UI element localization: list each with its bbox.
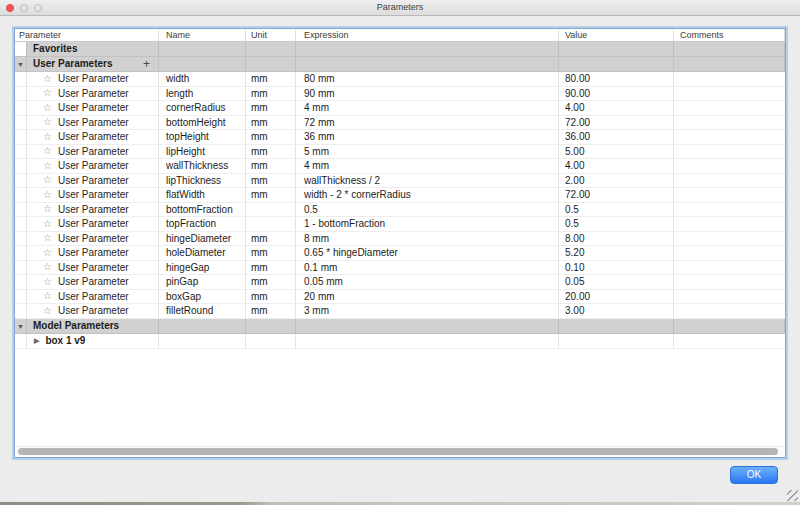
comments-cell[interactable] (674, 101, 785, 115)
expression-cell[interactable]: 4 mm (296, 101, 559, 115)
name-cell[interactable]: bottomFraction (159, 203, 246, 217)
comments-cell[interactable] (674, 87, 785, 101)
name-cell[interactable]: cornerRadius (159, 101, 246, 115)
user-parameters-section-row: ▼ User Parameters + (15, 57, 785, 72)
name-cell[interactable]: pinGap (159, 275, 246, 289)
favorites-gutter (15, 42, 27, 56)
comments-cell[interactable] (674, 159, 785, 173)
name-cell[interactable]: length (159, 87, 246, 101)
ok-button[interactable]: OK (730, 466, 778, 484)
expression-cell[interactable]: 5 mm (296, 145, 559, 159)
column-header-unit: Unit (246, 29, 296, 41)
comments-cell[interactable] (674, 232, 785, 246)
row-gutter (15, 261, 27, 275)
favorite-star-icon[interactable]: ☆ (43, 103, 52, 113)
favorite-star-icon[interactable]: ☆ (43, 233, 52, 243)
name-cell[interactable]: lipHeight (159, 145, 246, 159)
expression-cell[interactable]: 8 mm (296, 232, 559, 246)
comments-cell[interactable] (674, 203, 785, 217)
expression-cell[interactable]: 20 mm (296, 290, 559, 304)
comments-cell[interactable] (674, 261, 785, 275)
expression-cell[interactable]: 0.1 mm (296, 261, 559, 275)
unit-cell: mm (246, 304, 296, 318)
add-parameter-icon[interactable]: + (143, 58, 150, 70)
name-cell[interactable]: holeDiameter (159, 246, 246, 260)
favorite-star-icon[interactable]: ☆ (43, 262, 52, 272)
parameter-type-label: User Parameter (58, 261, 129, 275)
parameter-type-label: User Parameter (58, 145, 129, 159)
name-cell[interactable]: width (159, 72, 246, 86)
name-cell[interactable]: hingeGap (159, 261, 246, 275)
value-cell: 5.20 (559, 246, 674, 260)
expression-cell[interactable]: 0.5 (296, 203, 559, 217)
favorite-star-icon[interactable]: ☆ (43, 190, 52, 200)
parameter-type-label: User Parameter (58, 116, 129, 130)
favorite-star-icon[interactable]: ☆ (43, 204, 52, 214)
comments-cell[interactable] (674, 72, 785, 86)
value-cell: 0.5 (559, 217, 674, 231)
name-cell[interactable]: filletRound (159, 304, 246, 318)
name-cell[interactable]: topHeight (159, 130, 246, 144)
name-cell[interactable]: hingeDiameter (159, 232, 246, 246)
close-button-icon[interactable] (6, 4, 14, 12)
row-gutter (15, 304, 27, 318)
table-header-row: Parameter Name Unit Expression Value Com… (15, 29, 785, 42)
collapse-triangle-icon[interactable]: ▼ (17, 323, 24, 330)
expression-cell[interactable]: 3 mm (296, 304, 559, 318)
favorite-star-icon[interactable]: ☆ (43, 219, 52, 229)
parameter-type-label: User Parameter (58, 304, 129, 318)
favorite-star-icon[interactable]: ☆ (43, 175, 52, 185)
favorite-star-icon[interactable]: ☆ (43, 146, 52, 156)
resize-grip-icon[interactable] (787, 490, 798, 501)
parameter-type-label: User Parameter (58, 290, 129, 304)
expression-cell[interactable]: 4 mm (296, 159, 559, 173)
value-cell: 0.5 (559, 203, 674, 217)
parameter-row: ☆ User Parameter filletRound mm 3 mm 3.0… (15, 304, 785, 319)
name-cell[interactable]: flatWidth (159, 188, 246, 202)
parameter-type-label: User Parameter (58, 159, 129, 173)
comments-cell[interactable] (674, 145, 785, 159)
favorite-star-icon[interactable]: ☆ (43, 248, 52, 258)
favorite-star-icon[interactable]: ☆ (43, 291, 52, 301)
comments-cell[interactable] (674, 174, 785, 188)
expression-cell[interactable]: 80 mm (296, 72, 559, 86)
expression-cell[interactable]: wallThickness / 2 (296, 174, 559, 188)
expression-cell[interactable]: 0.05 mm (296, 275, 559, 289)
comments-cell[interactable] (674, 290, 785, 304)
expression-cell[interactable]: 1 - bottomFraction (296, 217, 559, 231)
unit-cell: mm (246, 174, 296, 188)
name-cell[interactable]: lipThickness (159, 174, 246, 188)
name-cell[interactable]: topFraction (159, 217, 246, 231)
favorites-label: Favorites (27, 42, 159, 56)
horizontal-scrollbar-track[interactable] (16, 446, 784, 456)
expression-cell[interactable]: 90 mm (296, 87, 559, 101)
collapse-triangle-icon[interactable]: ▼ (17, 61, 24, 68)
comments-cell[interactable] (674, 275, 785, 289)
comments-cell[interactable] (674, 116, 785, 130)
comments-cell[interactable] (674, 246, 785, 260)
comments-cell[interactable] (674, 304, 785, 318)
parameter-type-label: User Parameter (58, 217, 129, 231)
name-cell[interactable]: wallThickness (159, 159, 246, 173)
horizontal-scrollbar-thumb[interactable] (18, 448, 778, 455)
favorite-star-icon[interactable]: ☆ (43, 306, 52, 316)
comments-cell[interactable] (674, 217, 785, 231)
parameter-row: ☆ User Parameter flatWidth mm width - 2 … (15, 188, 785, 203)
expression-cell[interactable]: 36 mm (296, 130, 559, 144)
favorite-star-icon[interactable]: ☆ (43, 117, 52, 127)
name-cell[interactable]: bottomHeight (159, 116, 246, 130)
expression-cell[interactable]: 0.65 * hingeDiameter (296, 246, 559, 260)
favorite-star-icon[interactable]: ☆ (43, 74, 52, 84)
favorite-star-icon[interactable]: ☆ (43, 132, 52, 142)
comments-cell[interactable] (674, 188, 785, 202)
parameter-type-label: User Parameter (58, 174, 129, 188)
expand-triangle-icon[interactable]: ▶ (34, 334, 39, 348)
comments-cell[interactable] (674, 130, 785, 144)
expression-cell[interactable]: width - 2 * cornerRadius (296, 188, 559, 202)
value-cell: 90.00 (559, 87, 674, 101)
favorite-star-icon[interactable]: ☆ (43, 161, 52, 171)
name-cell[interactable]: boxGap (159, 290, 246, 304)
favorite-star-icon[interactable]: ☆ (43, 277, 52, 287)
expression-cell[interactable]: 72 mm (296, 116, 559, 130)
favorite-star-icon[interactable]: ☆ (43, 88, 52, 98)
